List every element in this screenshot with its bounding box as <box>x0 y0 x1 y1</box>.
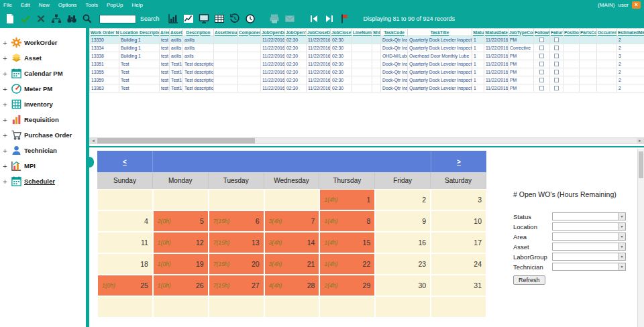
column-header-partscost[interactable]: PartsCost <box>580 29 597 36</box>
dropdown-arrow-icon[interactable]: ▼ <box>618 263 625 270</box>
last-record-button[interactable] <box>322 11 337 26</box>
checkbox[interactable] <box>554 62 559 66</box>
checkbox[interactable] <box>539 78 544 82</box>
expand-icon[interactable]: + <box>2 70 8 78</box>
checkbox[interactable] <box>539 86 544 90</box>
vertical-scrollbar-thumb[interactable] <box>639 151 643 178</box>
menu-options[interactable]: Options <box>58 2 77 8</box>
calendar-day[interactable]: 9 <box>375 210 431 232</box>
horizontal-scrollbar-thumb[interactable] <box>97 138 255 143</box>
calendar-day[interactable]: 1(4h)22 <box>319 253 375 275</box>
calendar-day[interactable]: 1(4h)15 <box>319 232 375 253</box>
column-header-occurrence[interactable]: Occurrence <box>597 29 617 36</box>
email-button[interactable] <box>282 11 298 26</box>
calendar-day[interactable]: 7(15h)27 <box>209 275 264 296</box>
history-button[interactable] <box>227 11 243 26</box>
calendar-day[interactable] <box>153 296 209 318</box>
calendar-next-link[interactable]: > <box>457 158 461 166</box>
column-header-estimatedmanhours[interactable]: EstimatedManhours <box>617 29 644 36</box>
line-chart-button[interactable] <box>181 11 197 26</box>
search-zoom-button[interactable] <box>79 11 95 26</box>
column-header-followup[interactable]: FollowUp <box>534 29 550 36</box>
checkbox[interactable] <box>539 54 544 58</box>
column-header-description[interactable]: Description <box>183 29 214 36</box>
sidebar-item-scheduler[interactable]: +Scheduler <box>0 174 86 189</box>
calendar-day[interactable]: 31 <box>431 275 486 296</box>
column-header-status[interactable]: Status <box>472 29 484 36</box>
column-header-assetgroup[interactable]: AssetGroup <box>214 29 238 36</box>
column-header-shift[interactable]: Shift <box>372 29 381 36</box>
calendar-day[interactable]: 16 <box>375 232 431 253</box>
find-button[interactable] <box>64 11 79 26</box>
calendar-day[interactable]: 17 <box>431 232 486 253</box>
calendar-day[interactable]: 3(4h)7 <box>264 210 320 232</box>
menu-tools[interactable]: Tools <box>85 2 98 8</box>
expand-icon[interactable]: + <box>2 116 8 124</box>
expand-icon[interactable]: + <box>2 162 8 170</box>
sidebar-item-calendar-pm[interactable]: +Calendar PM <box>0 66 86 81</box>
checkbox[interactable] <box>554 86 559 90</box>
dropdown-arrow-icon[interactable]: ▼ <box>618 223 625 230</box>
calendar-day[interactable] <box>97 189 153 210</box>
calendar-day[interactable]: 1(0h)19 <box>153 253 209 275</box>
first-record-button[interactable] <box>307 11 322 26</box>
table-row[interactable]: 13338Building 1testaxilisaxils11/22/2016… <box>90 52 644 60</box>
scroll-right-arrow[interactable]: ► <box>637 138 643 143</box>
calendar-day[interactable] <box>375 296 431 318</box>
collapse-handle-icon[interactable] <box>89 157 94 168</box>
expand-icon[interactable]: + <box>2 39 8 47</box>
calendar-day[interactable]: 3(4h)14 <box>264 232 320 253</box>
checkbox[interactable] <box>554 46 559 50</box>
sidebar-item-technician[interactable]: +Technician <box>0 143 86 158</box>
calendar-prev-link[interactable]: < <box>123 158 127 166</box>
table-row[interactable]: 13330Building 1testaxilisaxilis11/22/201… <box>90 36 644 44</box>
flag-button[interactable] <box>337 11 353 26</box>
calendar-day[interactable]: 7(15h)20 <box>209 253 264 275</box>
table-row[interactable]: 13359TesttestTest1Test description11/22/… <box>90 76 644 84</box>
calendar-day[interactable] <box>431 296 486 318</box>
calendar-day[interactable] <box>264 296 320 318</box>
calendar-day[interactable] <box>153 189 209 210</box>
location-select[interactable]: ▼ <box>552 222 626 231</box>
calendar-day[interactable]: 2(0h)5 <box>153 210 209 232</box>
column-header-failure[interactable]: Failure <box>550 29 564 36</box>
close-button[interactable]: × <box>632 1 641 9</box>
calendar-day[interactable]: 7(15h)13 <box>209 232 264 253</box>
calendar-day[interactable]: 1(0h)26 <box>153 275 209 296</box>
column-header-taskcode[interactable]: TaskCode <box>381 29 408 36</box>
column-header-jobclosedate[interactable]: JobCloseDate <box>307 29 331 36</box>
checkbox[interactable] <box>554 54 559 58</box>
calendar-day[interactable]: 3(4h)21 <box>264 253 320 275</box>
table-view-button[interactable] <box>212 11 227 26</box>
column-header-jobtypecode[interactable]: JobTypeCode <box>508 29 534 36</box>
column-header-position[interactable]: Position <box>564 29 580 36</box>
confirm-button[interactable] <box>17 11 33 26</box>
dropdown-arrow-icon[interactable]: ▼ <box>618 243 625 250</box>
expand-icon[interactable]: + <box>2 85 8 93</box>
menu-edit[interactable]: Edit <box>21 2 30 8</box>
menu-popup[interactable]: PopUp <box>107 2 123 8</box>
column-header-jobopendate[interactable]: JobOpenDate <box>261 29 285 36</box>
column-header-asset[interactable]: Asset <box>170 29 183 36</box>
table-row[interactable]: 13334Building 1testaxilisaxilis11/22/201… <box>90 44 644 52</box>
column-header-location-description[interactable]: Location Description <box>119 29 160 36</box>
column-header-statusdate[interactable]: StatusDate <box>484 29 508 36</box>
menu-help[interactable]: Help <box>131 2 142 8</box>
refresh-button[interactable]: Refresh <box>513 275 545 285</box>
checkbox[interactable] <box>539 62 544 66</box>
sidebar-item-meter-pm[interactable]: +Meter PM <box>0 81 86 96</box>
table-row[interactable]: 13363TesttestTest1Test description11/22/… <box>90 84 644 92</box>
cancel-button[interactable] <box>33 11 48 26</box>
calendar-day[interactable]: 1(4h)8 <box>319 210 375 232</box>
column-header-jobclosetime[interactable]: JobCloseTime <box>331 29 352 36</box>
column-header-component[interactable]: Component <box>238 29 261 36</box>
calendar-day[interactable] <box>209 296 264 318</box>
calendar-day[interactable] <box>97 296 153 318</box>
new-record-button[interactable] <box>2 11 17 26</box>
sidebar-item-inventory[interactable]: +Inventory <box>0 96 86 112</box>
calendar-day[interactable]: 2(4h)29 <box>319 275 375 296</box>
calendar-day[interactable]: 23 <box>375 253 431 275</box>
dropdown-arrow-icon[interactable]: ▼ <box>618 233 625 240</box>
calendar-day[interactable]: 1(4h)1 <box>319 189 375 210</box>
column-header-jobopentime[interactable]: JobOpenTime <box>285 29 307 36</box>
